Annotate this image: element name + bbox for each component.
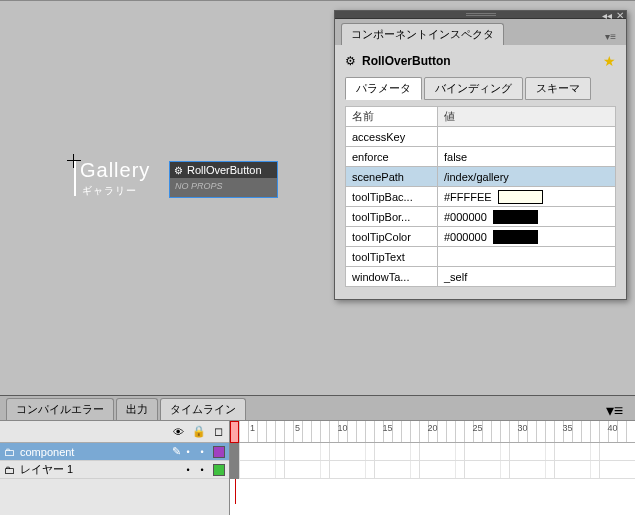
ruler-tick: 20: [410, 423, 455, 433]
pencil-icon: ✎: [172, 445, 181, 458]
layer-color-chip[interactable]: [213, 446, 225, 458]
bottom-panel: コンパイルエラー 出力 タイムライン ▾≡ 👁 🔒 ◻ 🗀component✎•…: [0, 395, 635, 515]
star-icon[interactable]: ★: [603, 53, 616, 69]
col-header-name[interactable]: 名前: [346, 107, 438, 127]
outline-column-icon[interactable]: ◻: [214, 425, 223, 438]
parameter-row[interactable]: toolTipColor#000000: [346, 227, 616, 247]
panel-options-menu[interactable]: ▾≡: [605, 31, 620, 45]
keyframe[interactable]: [230, 443, 239, 461]
subtab-binding[interactable]: バインディング: [424, 77, 523, 100]
param-name: toolTipBor...: [346, 207, 438, 227]
color-swatch[interactable]: [493, 230, 538, 244]
layer-visibility-dot[interactable]: •: [181, 447, 195, 457]
color-swatch[interactable]: [498, 190, 543, 204]
parameter-table[interactable]: 名前 値 accessKeyenforcefalsescenePath/inde…: [345, 106, 616, 287]
gallery-title: Gallery: [80, 159, 150, 182]
frame-row[interactable]: [230, 461, 635, 479]
gear-icon: ⚙: [345, 54, 356, 68]
rollover-component-instance[interactable]: ⚙ RollOverButton NO PROPS: [169, 161, 278, 198]
keyframe[interactable]: [230, 461, 239, 479]
component-node-title: RollOverButton: [187, 164, 262, 176]
ruler-tick: 40: [590, 423, 635, 433]
param-name: accessKey: [346, 127, 438, 147]
panel-options-menu[interactable]: ▾≡: [606, 401, 629, 420]
ruler-tick: 1: [230, 423, 275, 433]
gallery-decoration-bar: [74, 161, 76, 196]
col-header-value[interactable]: 値: [438, 107, 616, 127]
tab-timeline[interactable]: タイムライン: [160, 398, 246, 420]
parameter-row[interactable]: scenePath/index/gallery: [346, 167, 616, 187]
collapse-icon[interactable]: ◂◂: [602, 10, 612, 21]
param-value[interactable]: #000000: [438, 207, 616, 227]
layer-row[interactable]: 🗀レイヤー 1••: [0, 461, 229, 479]
ruler-tick: 25: [455, 423, 500, 433]
gear-icon: ⚙: [174, 165, 183, 176]
layer-folder-icon: 🗀: [0, 464, 18, 476]
param-value[interactable]: _self: [438, 267, 616, 287]
layer-visibility-dot[interactable]: •: [181, 465, 195, 475]
param-name: windowTa...: [346, 267, 438, 287]
component-node-body: NO PROPS: [170, 178, 277, 197]
subtab-parameters[interactable]: パラメータ: [345, 77, 422, 100]
param-value[interactable]: [438, 127, 616, 147]
param-value[interactable]: #000000: [438, 227, 616, 247]
component-inspector-panel[interactable]: ◂◂ ✕ コンポーネントインスペクタ ▾≡ ⚙ RollOverButton ★…: [334, 10, 627, 300]
color-swatch[interactable]: [493, 210, 538, 224]
panel-tab-inspector[interactable]: コンポーネントインスペクタ: [341, 23, 504, 45]
param-value[interactable]: [438, 247, 616, 267]
param-name: enforce: [346, 147, 438, 167]
lock-column-icon[interactable]: 🔒: [192, 425, 206, 438]
parameter-row[interactable]: toolTipText: [346, 247, 616, 267]
frame-ruler[interactable]: 15101520253035404550: [230, 421, 635, 443]
param-value[interactable]: #FFFFEE: [438, 187, 616, 207]
frame-row[interactable]: [230, 443, 635, 461]
ruler-tick: 30: [500, 423, 545, 433]
layer-row[interactable]: 🗀component✎••: [0, 443, 229, 461]
eye-column-icon[interactable]: 👁: [173, 426, 184, 438]
tab-output[interactable]: 出力: [116, 398, 158, 420]
grip-icon: [466, 13, 496, 17]
param-name: toolTipColor: [346, 227, 438, 247]
subtab-schema[interactable]: スキーマ: [525, 77, 591, 100]
param-value[interactable]: /index/gallery: [438, 167, 616, 187]
layer-folder-icon: 🗀: [0, 446, 18, 458]
param-value[interactable]: false: [438, 147, 616, 167]
ruler-tick: 15: [365, 423, 410, 433]
param-name: scenePath: [346, 167, 438, 187]
frames-panel[interactable]: 15101520253035404550: [230, 421, 635, 515]
parameter-row[interactable]: toolTipBor...#000000: [346, 207, 616, 227]
param-name: toolTipBac...: [346, 187, 438, 207]
panel-titlebar[interactable]: ◂◂ ✕: [335, 11, 626, 19]
layer-color-chip[interactable]: [213, 464, 225, 476]
parameter-row[interactable]: accessKey: [346, 127, 616, 147]
tab-compile-errors[interactable]: コンパイルエラー: [6, 398, 114, 420]
ruler-tick: 5: [275, 423, 320, 433]
layer-name[interactable]: レイヤー 1: [18, 462, 181, 477]
layer-lock-dot[interactable]: •: [195, 447, 209, 457]
close-icon[interactable]: ✕: [616, 10, 624, 21]
ruler-tick: 10: [320, 423, 365, 433]
parameter-row[interactable]: toolTipBac...#FFFFEE: [346, 187, 616, 207]
component-title: RollOverButton: [362, 54, 451, 68]
layer-lock-dot[interactable]: •: [195, 465, 209, 475]
gallery-subtitle: ギャラリー: [82, 184, 137, 198]
parameter-row[interactable]: enforcefalse: [346, 147, 616, 167]
ruler-tick: 35: [545, 423, 590, 433]
layer-panel[interactable]: 👁 🔒 ◻ 🗀component✎••🗀レイヤー 1••: [0, 421, 230, 515]
layer-name[interactable]: component: [18, 446, 172, 458]
parameter-row[interactable]: windowTa..._self: [346, 267, 616, 287]
param-name: toolTipText: [346, 247, 438, 267]
